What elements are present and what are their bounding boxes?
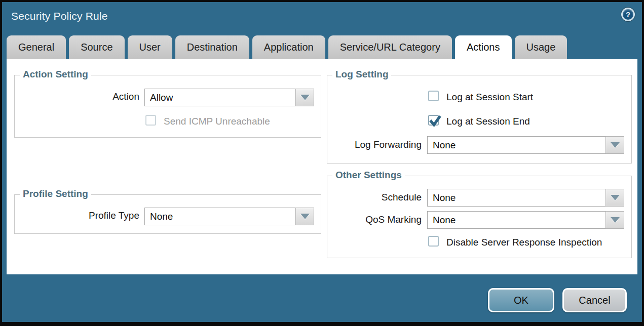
tab-user[interactable]: User <box>128 35 172 59</box>
log-setting-legend: Log Setting <box>332 69 391 80</box>
action-dropdown[interactable]: Allow <box>144 89 296 106</box>
action-label: Action <box>63 91 139 102</box>
schedule-label: Schedule <box>320 192 422 203</box>
schedule-dropdown-button[interactable] <box>605 189 624 207</box>
action-dropdown-button[interactable] <box>295 89 314 106</box>
chevron-down-icon <box>300 214 310 219</box>
log-at-session-start-label: Log at Session Start <box>446 92 533 103</box>
actions-tab-panel: Action Setting Action Allow Send ICMP Un… <box>7 59 637 274</box>
tab-service-url-category[interactable]: Service/URL Category <box>328 35 452 59</box>
qos-marking-dropdown-button[interactable] <box>605 211 624 229</box>
action-setting-legend: Action Setting <box>20 69 91 80</box>
qos-marking-dropdown[interactable]: None <box>427 211 606 229</box>
action-setting-group: Action Setting <box>14 75 321 138</box>
profile-type-dropdown-button[interactable] <box>295 208 314 225</box>
disable-server-response-inspection-checkbox[interactable] <box>428 236 439 247</box>
chevron-down-icon <box>300 95 310 100</box>
other-settings-legend: Other Settings <box>332 170 405 181</box>
profile-type-label: Profile Type <box>63 210 139 221</box>
chevron-down-icon <box>611 142 620 148</box>
qos-marking-label: QoS Marking <box>320 214 422 225</box>
tab-general[interactable]: General <box>7 35 66 59</box>
tab-bar: General Source User Destination Applicat… <box>7 35 570 59</box>
cancel-button[interactable]: Cancel <box>562 288 627 312</box>
tab-usage[interactable]: Usage <box>515 35 567 59</box>
security-policy-rule-dialog: Security Policy Rule ? General Source Us… <box>2 2 642 322</box>
chevron-down-icon <box>611 217 620 223</box>
send-icmp-unreachable-checkbox <box>145 115 156 126</box>
profile-type-dropdown[interactable]: None <box>144 208 296 225</box>
tab-source[interactable]: Source <box>69 35 124 59</box>
dialog-title: Security Policy Rule <box>11 10 108 22</box>
disable-server-response-inspection-label: Disable Server Response Inspection <box>446 237 602 248</box>
tab-application[interactable]: Application <box>252 35 325 59</box>
tab-actions[interactable]: Actions <box>455 35 512 59</box>
log-forwarding-label: Log Forwarding <box>320 139 422 150</box>
ok-button[interactable]: OK <box>488 288 554 312</box>
screenshot-frame: Security Policy Rule ? General Source Us… <box>0 0 644 326</box>
log-at-session-start-checkbox[interactable] <box>428 91 439 101</box>
profile-setting-legend: Profile Setting <box>20 188 91 199</box>
help-icon[interactable]: ? <box>621 8 635 21</box>
tab-destination[interactable]: Destination <box>175 35 249 59</box>
checkmark-icon <box>429 115 441 128</box>
log-at-session-end-checkbox[interactable] <box>428 115 439 126</box>
schedule-dropdown[interactable]: None <box>427 189 606 207</box>
log-forwarding-dropdown[interactable]: None <box>427 136 606 154</box>
log-forwarding-dropdown-button[interactable] <box>605 136 624 154</box>
chevron-down-icon <box>611 195 620 200</box>
log-at-session-end-label: Log at Session End <box>446 116 530 127</box>
send-icmp-unreachable-label: Send ICMP Unreachable <box>164 116 270 127</box>
